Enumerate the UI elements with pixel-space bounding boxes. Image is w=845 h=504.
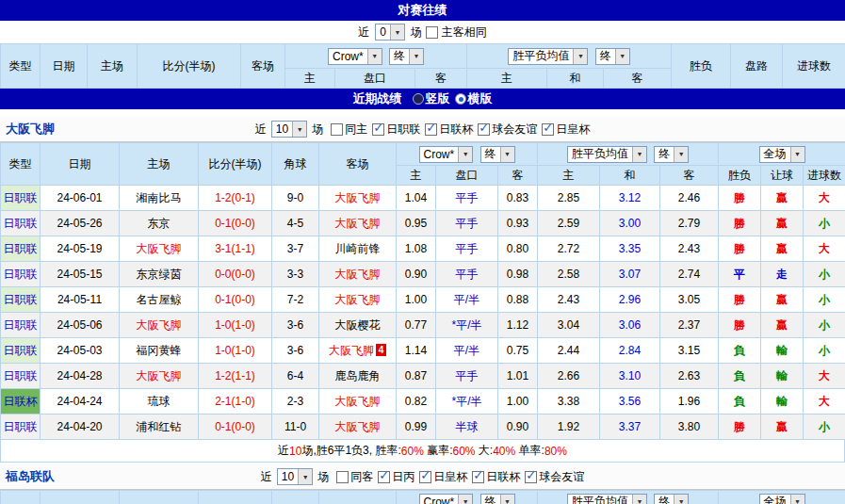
filter-item[interactable]: 日职联 [372,122,420,138]
checkbox-icon[interactable] [336,471,349,483]
score[interactable]: 0-0(0-0) [199,262,272,287]
away-team[interactable]: 大阪飞脚 [319,186,397,211]
filter-item[interactable]: 同客 [336,469,373,485]
checkbox-icon[interactable] [378,471,390,483]
team2-asia-final-select[interactable]: 终 ▼ [480,494,515,504]
europe-odds-group: 胜平负均值 ▼ 终 ▼ [538,491,719,504]
league-cell[interactable]: 日职联 [1,186,41,211]
away-team[interactable]: 大阪飞脚4 [319,338,397,364]
filter-item[interactable]: 同主 [331,122,367,138]
team2-europe-select[interactable]: 胜平负均值 ▼ [567,494,647,504]
score[interactable]: 1-0(1-0) [199,338,272,364]
away-team[interactable]: 大阪飞脚 [319,262,397,287]
team1-bookmaker-select[interactable]: Crow* ▼ [419,146,474,163]
goals-flag: 大 [804,186,845,211]
home-team[interactable]: 琉球 [120,389,199,415]
away-team[interactable]: 大阪飞脚 [319,211,397,236]
checkbox-icon[interactable] [419,471,431,483]
checkbox-icon[interactable] [425,123,437,136]
score[interactable]: 0-1(0-0) [199,415,272,440]
away-team[interactable]: 川崎前锋 [319,236,397,262]
league-cell[interactable]: 日职联 [1,338,41,364]
h2h-europe-select[interactable]: 胜平负均值 ▼ [508,48,588,65]
h2h-near-select[interactable]: 0 ▼ [375,24,405,41]
league-label[interactable]: 日职联 [4,420,38,433]
filter-item[interactable]: 日皇杯 [542,122,590,138]
corner-score: 4-5 [272,211,319,236]
league-label[interactable]: 日联杯 [4,395,38,408]
league-cell[interactable]: 日职联 [1,313,41,338]
home-team[interactable]: 大阪飞脚 [120,313,199,338]
league-cell[interactable]: 日职联 [1,262,41,287]
team2-scope-select[interactable]: 全场 ▼ [759,494,805,504]
home-team[interactable]: 大阪飞脚 [120,364,199,389]
league-label[interactable]: 日职联 [4,293,38,306]
league-cell[interactable]: 日职联 [1,287,41,313]
match-date: 24-05-06 [41,313,120,338]
score[interactable]: 1-2(0-1) [199,186,272,211]
team2-bookmaker-select[interactable]: Crow* ▼ [419,494,474,504]
home-team[interactable]: 东京 [120,211,199,236]
league-label[interactable]: 日职联 [4,369,38,382]
asia-handicap-line: 平手 [436,211,498,236]
home-team[interactable]: 大阪飞脚 [120,236,199,262]
league-label[interactable]: 日职联 [4,268,38,281]
filter-item[interactable]: 球会友谊 [478,122,537,138]
radio-icon[interactable] [413,93,424,105]
league-cell[interactable]: 日职联 [1,415,41,440]
home-team[interactable]: 东京绿茵 [120,262,199,287]
home-team[interactable]: 浦和红钻 [120,415,199,440]
team2-near-select[interactable]: 10 ▼ [277,468,313,485]
checkbox-icon[interactable] [542,123,554,136]
radio-icon[interactable] [455,93,466,105]
filter-item[interactable]: 日丙 [378,469,414,485]
team1-europe-final-select[interactable]: 终 ▼ [654,146,689,163]
league-cell[interactable]: 日联杯 [1,389,41,415]
team1-name[interactable]: 大阪飞脚 [6,121,55,138]
team1-asia-final-select[interactable]: 终 ▼ [480,146,515,163]
home-team[interactable]: 湘南比马 [120,186,199,211]
team1-europe-select[interactable]: 胜平负均值 ▼ [567,146,647,163]
checkbox-icon[interactable] [331,123,343,136]
league-label[interactable]: 日职联 [4,318,38,332]
league-label[interactable]: 日职联 [4,191,38,204]
league-label[interactable]: 日职联 [4,344,38,357]
away-team[interactable]: 大阪樱花 [319,313,397,338]
filter-item[interactable]: 日皇杯 [419,469,467,485]
team2-europe-final-select[interactable]: 终 ▼ [654,494,689,504]
away-team[interactable]: 大阪飞脚 [319,287,397,313]
league-cell[interactable]: 日职联 [1,236,41,262]
score[interactable]: 1-0(1-0) [199,313,272,338]
home-team[interactable]: 名古屋鲸 [120,287,199,313]
checkbox-icon[interactable] [478,123,490,136]
team1-near-select[interactable]: 10 ▼ [271,121,307,138]
checkbox-icon[interactable] [525,471,537,483]
home-team[interactable]: 福冈黄蜂 [120,338,199,364]
score[interactable]: 1-2(1-1) [199,364,272,389]
layout-option[interactable]: 竖版 [413,90,450,107]
team1-scope-select[interactable]: 全场 ▼ [759,146,805,163]
checkbox-icon[interactable] [372,123,384,136]
score[interactable]: 2-1(1-0) [199,389,272,415]
filter-item[interactable]: 日联杯 [472,469,520,485]
score[interactable]: 0-1(0-0) [199,287,272,313]
league-cell[interactable]: 日职联 [1,364,41,389]
filter-item[interactable]: 球会友谊 [525,469,584,485]
away-team[interactable]: 大阪飞脚 [319,389,397,415]
h2h-asia-final-select[interactable]: 终 ▼ [389,48,424,65]
score[interactable]: 0-1(0-0) [199,211,272,236]
h2h-bookmaker-select[interactable]: Crow* ▼ [328,48,382,65]
same-venue-checkbox[interactable] [426,26,438,39]
score[interactable]: 3-1(1-1) [199,236,272,262]
league-label[interactable]: 日职联 [4,242,38,255]
checkbox-icon[interactable] [472,471,484,483]
team2-name[interactable]: 福岛联队 [6,468,55,485]
filter-item[interactable]: 日联杯 [425,122,473,138]
h2h-europe-final-select[interactable]: 终 ▼ [595,48,630,65]
away-team[interactable]: 大阪飞脚 [319,415,397,440]
league-label[interactable]: 日职联 [4,217,38,230]
league-cell[interactable]: 日职联 [1,211,41,236]
away-team[interactable]: 鹿岛鹿角 [319,364,397,389]
handicap-result-flag: 贏 [761,236,804,262]
layout-option[interactable]: 横版 [455,90,493,107]
